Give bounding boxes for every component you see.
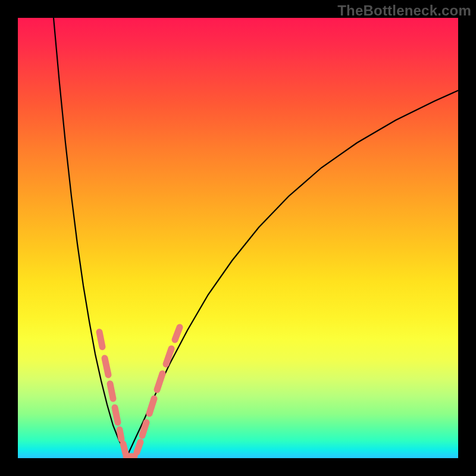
dash-segment [157, 374, 162, 390]
curve-layer [18, 18, 458, 458]
watermark-text: TheBottleneck.com [337, 2, 471, 19]
dash-segment [110, 384, 113, 399]
dash-segment [123, 444, 126, 453]
data-point-dashes [99, 327, 180, 456]
dash-segment [99, 332, 102, 347]
dash-segment [142, 422, 146, 436]
dash-segment [105, 358, 108, 375]
bottleneck-curve-right [127, 90, 458, 457]
dash-segment [137, 442, 140, 452]
plot-area [18, 18, 458, 458]
chart-frame: TheBottleneck.com [0, 0, 476, 476]
dash-segment [115, 408, 118, 422]
dash-segment [175, 327, 180, 340]
dash-segment [120, 430, 121, 439]
dash-segment [149, 399, 154, 414]
bottleneck-curve-left [54, 18, 127, 457]
